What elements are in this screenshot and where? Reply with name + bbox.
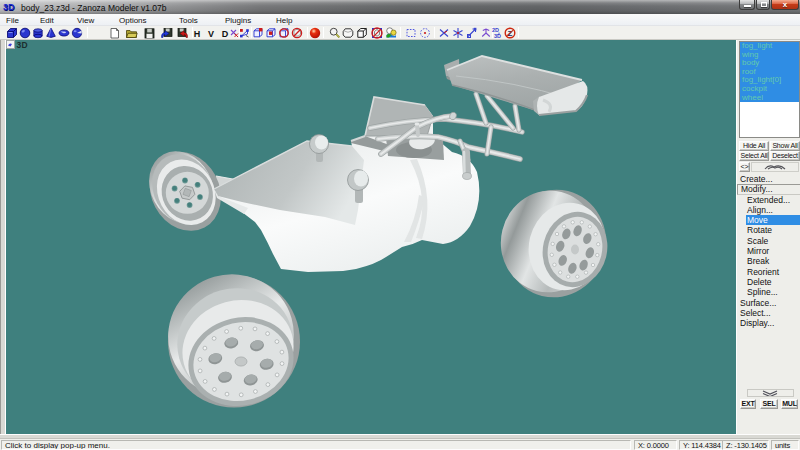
svg-text:V: V xyxy=(208,29,214,39)
svg-text:D: D xyxy=(222,29,229,39)
svg-text:H: H xyxy=(194,29,201,39)
svg-text:3D: 3D xyxy=(494,33,501,39)
